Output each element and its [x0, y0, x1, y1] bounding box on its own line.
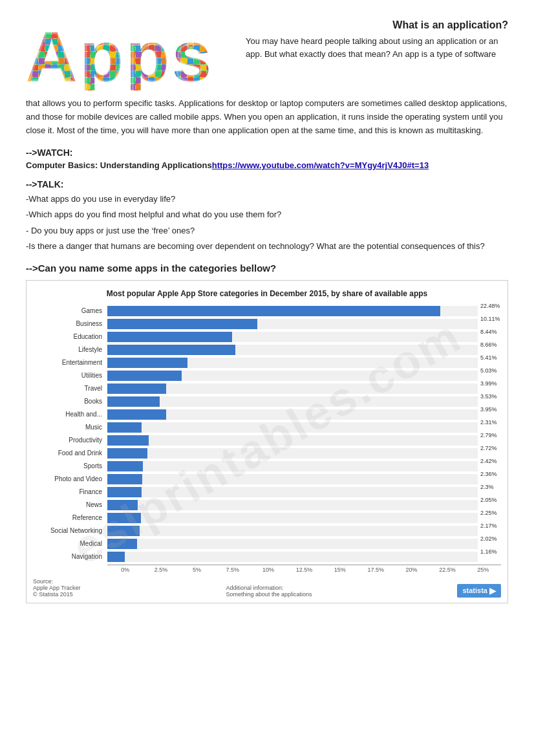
bar-label: Social Networking [33, 527, 107, 534]
main-text: that allows you to perform specific task… [26, 97, 508, 137]
bar-value-label: 2.05% [478, 495, 501, 505]
axis-label: 22.5% [429, 567, 465, 573]
bar-row: Lifestyle8.66% [33, 345, 501, 355]
svg-rect-261 [226, 65, 232, 70]
bar-row: Medical2.02% [33, 539, 501, 549]
bar-track [107, 383, 478, 394]
statista-badge: statista ▶ [457, 584, 501, 598]
bar-fill [107, 345, 235, 355]
axis-label: 15% [322, 567, 358, 573]
bar-row: Travel3.99% [33, 383, 501, 394]
svg-text:Apps: Apps [27, 19, 218, 91]
bar-value-label: 2.02% [478, 534, 501, 544]
svg-rect-134 [226, 39, 232, 45]
svg-rect-196 [220, 52, 226, 58]
bar-fill [107, 513, 141, 523]
bar-label: Business [33, 320, 107, 327]
svg-rect-164 [220, 45, 226, 51]
bar-fill [107, 448, 147, 459]
bar-label: Games [33, 307, 107, 314]
svg-rect-38 [226, 19, 232, 25]
bar-track [107, 487, 478, 497]
bar-value-label: 2.3% [478, 482, 501, 492]
bar-row: Reference2.25% [33, 513, 501, 523]
bar-fill [107, 552, 125, 562]
svg-rect-260 [220, 65, 226, 70]
bar-fill [107, 383, 166, 394]
axis-label: 7.5% [215, 567, 250, 573]
chart-axis: 0%2.5%5%7.5%10%12.5%15%17.5%20%22.5%25% [107, 565, 501, 573]
bar-label: Sports [33, 462, 107, 470]
bar-value-label: 2.17% [478, 521, 501, 531]
bar-row: Photo and Video2.36% [33, 474, 501, 484]
axis-label: 10% [250, 567, 286, 573]
bar-value-label: 10.11% [478, 314, 501, 324]
bar-fill [107, 422, 142, 433]
sidebar-text-content: You may have heard people talking about … [246, 36, 498, 59]
chart-additional: Additional information: Something about … [226, 585, 312, 598]
svg-rect-197 [226, 52, 232, 58]
bar-track [107, 448, 478, 459]
axis-label: 0% [107, 567, 143, 573]
bar-label: Education [33, 333, 107, 340]
bar-label: Photo and Video [33, 475, 107, 482]
apps-logo: Apps [26, 19, 233, 91]
bar-label: Food and Drink [33, 449, 107, 457]
bar-track [107, 513, 478, 523]
bar-fill [107, 306, 440, 316]
bar-track [107, 422, 478, 433]
svg-rect-69 [220, 26, 226, 32]
watch-link[interactable]: https://www.youtube.com/watch?v=MYgy4rjV… [212, 160, 429, 170]
sidebar-body: You may have heard people talking about … [246, 35, 508, 60]
bar-value-label: 2.25% [478, 508, 501, 518]
bar-row: Food and Drink2.72% [33, 448, 501, 459]
bar-label: Books [33, 398, 107, 405]
svg-rect-356 [220, 84, 226, 90]
bar-track [107, 358, 478, 368]
bar-value-label: 3.95% [478, 404, 501, 415]
bar-label: Music [33, 424, 107, 431]
svg-rect-293 [226, 71, 232, 77]
bar-row: Entertainment5.41% [33, 358, 501, 368]
sidebar-text-block: What is an application? You may have hea… [246, 19, 508, 60]
bar-fill [107, 319, 257, 329]
bar-label: Navigation [33, 553, 107, 560]
talk-question: -What apps do you use in everyday life? [26, 192, 508, 206]
bar-row: Navigation1.16% [33, 552, 501, 562]
bar-label: Lifestyle [33, 346, 107, 353]
bar-fill [107, 474, 142, 484]
bar-label: News [33, 501, 107, 508]
axis-label: 25% [465, 567, 501, 573]
svg-rect-37 [220, 19, 226, 25]
bar-row: Sports2.42% [33, 461, 501, 471]
bar-value-label: 2.42% [478, 456, 501, 466]
svg-rect-325 [226, 78, 232, 83]
bar-value-label: 5.03% [478, 365, 501, 376]
bar-value-label: 2.31% [478, 417, 501, 427]
bar-value-label: 2.72% [478, 443, 501, 453]
svg-rect-165 [226, 45, 232, 51]
bar-fill [107, 396, 160, 407]
svg-rect-292 [220, 71, 226, 77]
bar-row: Productivity2.79% [33, 435, 501, 446]
bar-label: Entertainment [33, 359, 107, 366]
talk-label: -->TALK: [26, 179, 508, 189]
bar-row: Social Networking2.17% [33, 526, 501, 536]
talk-questions: -What apps do you use in everyday life?-… [26, 192, 508, 253]
bar-track [107, 552, 478, 562]
chart-source: Source: Apple App Tracker © Statista 201… [33, 578, 81, 598]
bar-label: Travel [33, 385, 107, 392]
talk-question: -Which apps do you find most helpful and… [26, 208, 508, 222]
bar-track [107, 306, 478, 316]
bar-fill [107, 332, 232, 342]
bar-track [107, 539, 478, 549]
talk-question: -Is there a danger that humans are becom… [26, 239, 508, 254]
watch-section: -->WATCH: Computer Basics: Understanding… [26, 147, 508, 170]
bar-fill [107, 461, 143, 471]
svg-rect-102 [226, 32, 232, 38]
axis-label: 20% [394, 567, 429, 573]
svg-rect-228 [220, 58, 226, 64]
axis-label: 5% [179, 567, 215, 573]
bar-track [107, 435, 478, 446]
bar-fill [107, 409, 166, 420]
